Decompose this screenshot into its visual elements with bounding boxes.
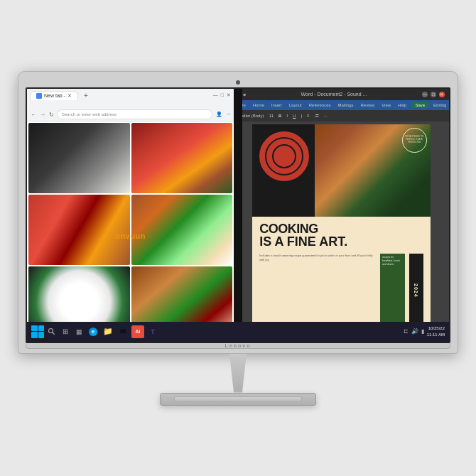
window-maximize[interactable]: □ [221, 92, 224, 98]
toolbar-more[interactable]: ··· [323, 114, 329, 118]
toolbar-bold[interactable]: B [277, 114, 283, 118]
window-close[interactable]: ✕ [227, 92, 231, 98]
poster-year-text: 2024 [413, 283, 418, 298]
tab-favicon [36, 93, 42, 99]
word-pane: W ■ Word - Document2 - Sound ... — □ ✕ F… [234, 89, 449, 342]
photo-grid [27, 121, 234, 339]
poster-description: Includes a mouth-watering recipe guarant… [259, 254, 376, 328]
tray-battery-icon: ▮ [421, 328, 424, 335]
photo-pasta [28, 195, 130, 265]
photo-bread [28, 123, 130, 193]
ribbon-tab-references[interactable]: References [307, 102, 333, 108]
monitor-wrapper: New tab - ✕ + — □ ✕ ← → ↻ [18, 71, 458, 406]
taskbar: ⊞ ▦ e 📁 ✉ [27, 322, 449, 342]
screen-divider [234, 89, 242, 342]
windows-start-button[interactable] [31, 325, 44, 338]
browser-nav: ← → ↻ Search or enter web address 👤 ⋯ [27, 109, 234, 121]
ribbon-tab-review[interactable]: Review [358, 102, 377, 108]
new-tab-button[interactable]: + [81, 92, 91, 99]
win-quad-2 [38, 325, 45, 332]
address-bar-text: Search or enter web address [62, 112, 117, 117]
cooking-poster: FROM FRIDGE TO PERFECT PLATE, PERFECTED … [252, 124, 431, 330]
taskbar-taskview-icon[interactable]: ⊞ [60, 326, 71, 337]
word-ribbon: File Home Insert Layout References Maili… [234, 100, 449, 110]
taskbar-clock: 10/25/22 11:11 AM [427, 325, 445, 337]
poster-green-block: recipes for breakfast, lunch, and dinner… [380, 254, 405, 328]
bullseye-inner [274, 146, 295, 167]
monitor-stand-base [160, 393, 316, 406]
browser-profile-icon[interactable]: 👤 [215, 112, 224, 117]
win-quad-4 [38, 332, 45, 338]
word-toolbar: Calibri (Body) 11 B I U | ≡ ≔ ··· [234, 110, 449, 121]
svg-point-0 [49, 328, 53, 332]
word-title-text: Word - Document2 - Sound ... [301, 92, 367, 97]
window-minimize[interactable]: — [213, 92, 218, 98]
poster-green-text: recipes for breakfast, lunch, and dinner… [382, 256, 401, 266]
ribbon-tab-insert[interactable]: Insert [269, 102, 284, 108]
address-bar[interactable]: Search or enter web address [57, 109, 212, 119]
badge-text: FROM FRIDGE TO PERFECT PLATE, PERFECTED [405, 136, 424, 144]
win-quad-3 [31, 332, 38, 338]
word-maximize-button[interactable]: □ [431, 92, 436, 97]
word-close-button[interactable]: ✕ [439, 92, 445, 97]
poster-circular-badge: FROM FRIDGE TO PERFECT PLATE, PERFECTED [402, 128, 427, 153]
screen: New tab - ✕ + — □ ✕ ← → ↻ [26, 87, 450, 343]
ribbon-tab-mailings[interactable]: Mailings [335, 102, 355, 108]
ribbon-tab-help[interactable]: Help [396, 102, 409, 108]
nav-refresh-button[interactable]: ↻ [48, 112, 55, 118]
document-page: FROM FRIDGE TO PERFECT PLATE, PERFECTED … [252, 124, 431, 330]
taskbar-date: 10/25/22 [427, 325, 445, 331]
poster-bullseye [259, 131, 309, 181]
taskbar-adobe-icon[interactable]: Ai [131, 325, 144, 338]
word-title-bar: W ■ Word - Document2 - Sound ... — □ ✕ [234, 89, 449, 100]
browser-tab[interactable]: New tab - ✕ [30, 91, 78, 100]
monitor: New tab - ✕ + — □ ✕ ← → ↻ [18, 71, 458, 354]
word-minimize-button[interactable]: — [422, 92, 428, 97]
monitor-camera [236, 80, 240, 85]
ribbon-tab-layout[interactable]: Layout [287, 102, 304, 108]
taskbar-teams-icon[interactable]: T [146, 325, 159, 338]
browser-pane: New tab - ✕ + — □ ✕ ← → ↻ [27, 89, 234, 342]
ribbon-tab-home[interactable]: Home [251, 102, 266, 108]
monitor-brand-label: Lenovo [225, 343, 251, 348]
poster-heading-2: IS A FINE ART. [259, 235, 423, 248]
toolbar-align[interactable]: ≡ [305, 114, 311, 118]
taskbar-explorer-icon[interactable]: 📁 [102, 325, 114, 338]
word-window-controls: — □ ✕ [422, 92, 445, 97]
monitor-stand-base-inner [174, 396, 302, 402]
nav-back-button[interactable]: ← [30, 112, 37, 118]
watermark-text: onvuun [115, 232, 146, 240]
poster-middle-section: COOKING IS A FINE ART. [252, 217, 431, 251]
toolbar-list[interactable]: ≔ [313, 113, 320, 118]
poster-year-block: 2024 [409, 254, 423, 328]
taskbar-search-icon[interactable] [46, 326, 58, 337]
ribbon-tab-view[interactable]: View [379, 102, 393, 108]
taskbar-widgets-icon[interactable]: ▦ [73, 326, 85, 337]
poster-bottom-section: Includes a mouth-watering recipe guarant… [252, 251, 431, 330]
taskbar-time: 11:11 AM [427, 332, 445, 337]
word-editing-label: Editing [433, 103, 446, 107]
photo-tomato [131, 123, 233, 193]
poster-heading-1: COOKING [259, 222, 423, 235]
tray-network-icon: ⊏ [404, 328, 409, 335]
taskbar-edge-icon[interactable]: e [87, 325, 99, 338]
browser-chrome: New tab - ✕ + — □ ✕ [27, 89, 234, 109]
photo-salad-bowl [131, 195, 233, 265]
word-save-button[interactable]: Save [411, 102, 428, 108]
tab-label: New tab - [44, 93, 65, 98]
toolbar-italic[interactable]: I [285, 114, 289, 118]
system-tray: ⊏ 🔊 ▮ 10/25/22 11:11 AM [404, 325, 445, 337]
svg-line-1 [53, 332, 55, 334]
toolbar-separator: | [299, 114, 303, 118]
monitor-stand-neck [217, 354, 259, 393]
browser-menu-icon[interactable]: ⋯ [226, 112, 231, 117]
nav-forward-button[interactable]: → [39, 112, 46, 118]
win-quad-1 [31, 325, 38, 332]
toolbar-underline[interactable]: U [291, 114, 297, 118]
browser-tab-bar: New tab - ✕ + — □ ✕ [30, 91, 231, 100]
poster-top-section: FROM FRIDGE TO PERFECT PLATE, PERFECTED [252, 124, 431, 217]
toolbar-size[interactable]: 11 [267, 114, 275, 118]
tab-close-button[interactable]: ✕ [67, 93, 72, 99]
tray-volume-icon: 🔊 [411, 328, 418, 335]
taskbar-mail-icon[interactable]: ✉ [117, 325, 129, 338]
